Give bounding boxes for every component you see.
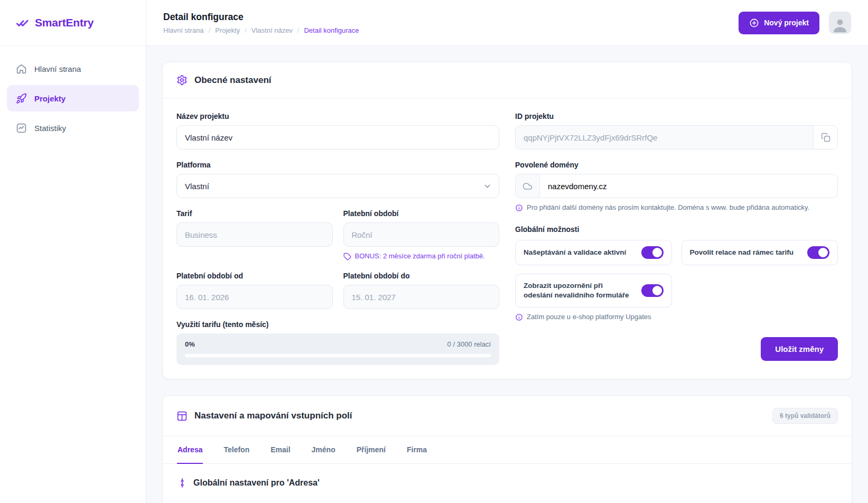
- platform-select[interactable]: Vlastní: [176, 174, 499, 198]
- billing-to-input: [343, 285, 500, 309]
- tab-telefon[interactable]: Telefon: [223, 436, 250, 464]
- tab-firma[interactable]: Firma: [406, 436, 427, 464]
- toggle-label: Zobrazit upozornění při odeslání nevalid…: [524, 281, 629, 300]
- main-content: Obecné nastavení Název projektu Platform…: [146, 46, 868, 503]
- usage-label: Využití tarifu (tento měsíc): [176, 320, 499, 329]
- field-mapping-card: Nastavení a mapování vstupních polí 6 ty…: [162, 395, 852, 503]
- over-tariff-toggle[interactable]: [807, 246, 829, 259]
- billing-period-label: Platební období: [343, 209, 500, 218]
- general-settings-card: Obecné nastavení Název projektu Platform…: [162, 62, 852, 379]
- bonus-hint: BONUS: 2 měsíce zdarma při roční platbě.: [343, 252, 500, 260]
- tag-icon: [343, 253, 351, 260]
- domains-hint-text: Pro přidání další domény nás prosím kont…: [527, 203, 809, 211]
- card-title-general: Obecné nastavení: [194, 75, 272, 86]
- person-icon: [831, 16, 849, 34]
- tab-prijmeni[interactable]: Příjmení: [356, 436, 386, 464]
- platform-label: Platforma: [176, 161, 499, 169]
- sidebar-item-label: Projekty: [34, 94, 66, 103]
- top-header: Detail konfigurace Hlavní strana / Proje…: [146, 0, 868, 46]
- table-columns-icon: [176, 411, 188, 422]
- breadcrumb-project-name[interactable]: Vlastní název: [251, 26, 293, 34]
- sliders-icon: [177, 478, 188, 488]
- new-project-button[interactable]: Nový projekt: [739, 12, 819, 34]
- toggle-label: Povolit relace nad rámec tarifu: [690, 248, 794, 257]
- usage-panel: 0% 0 / 3000 relací: [176, 333, 499, 365]
- project-id-input: [516, 126, 813, 149]
- breadcrumb-separator: /: [245, 26, 247, 34]
- toggle-card-invalid-form-warning: Zobrazit upozornění při odeslání nevalid…: [515, 274, 672, 308]
- billing-period-input: [343, 222, 500, 247]
- toggle-card-suggestions: Našeptávání a validace aktivní: [515, 240, 672, 265]
- toggle-card-over-tariff: Povolit relace nad rámec tarifu: [682, 240, 838, 265]
- tariff-label: Tarif: [176, 209, 333, 218]
- tab-jmeno[interactable]: Jméno: [311, 436, 336, 464]
- field-tabs: Adresa Telefon Email Jméno Příjmení Firm…: [163, 436, 852, 464]
- breadcrumb-current: Detail konfigurace: [304, 26, 359, 34]
- global-options-hint-text: Zatím pouze u e-shop platformy Upgates: [527, 313, 651, 321]
- project-id-label: ID projektu: [515, 112, 838, 120]
- sidebar-item-statistics[interactable]: Statistiky: [7, 115, 139, 141]
- sidebar: SmartEntry Hlavní strana: [0, 0, 146, 503]
- domains-label: Povolené domény: [515, 161, 838, 169]
- project-name-label: Název projektu: [176, 112, 499, 120]
- adresa-settings-title: Globální nastavení pro 'Adresa': [193, 478, 320, 488]
- tab-adresa[interactable]: Adresa: [177, 436, 203, 464]
- breadcrumb-separator: /: [209, 26, 211, 34]
- project-name-input[interactable]: [176, 125, 499, 150]
- invalid-form-warning-toggle[interactable]: [641, 284, 664, 297]
- domain-input[interactable]: [540, 174, 837, 198]
- usage-percent: 0%: [185, 340, 195, 348]
- usage-count: 0 / 3000 relací: [447, 340, 491, 348]
- billing-from-input: [176, 285, 333, 309]
- global-options-label: Globální možnosti: [515, 225, 838, 234]
- app-window: SmartEntry Hlavní strana: [0, 0, 868, 503]
- billing-from-label: Platební období od: [176, 272, 333, 280]
- billing-to-label: Platební období do: [343, 272, 500, 280]
- app-name: SmartEntry: [35, 16, 94, 29]
- home-icon: [16, 63, 27, 74]
- card-title-mapping: Nastavení a mapování vstupních polí: [194, 411, 352, 421]
- info-icon: [515, 313, 523, 321]
- save-changes-button[interactable]: Uložit změny: [761, 337, 838, 361]
- project-id-group: [515, 125, 838, 150]
- domains-hint: Pro přidání další domény nás prosím kont…: [515, 203, 838, 212]
- info-icon: [515, 204, 523, 212]
- copy-icon: [821, 133, 830, 142]
- breadcrumb-projects[interactable]: Projekty: [215, 26, 240, 34]
- app-logo[interactable]: SmartEntry: [0, 0, 146, 46]
- breadcrumb: Hlavní strana / Projekty / Vlastní název…: [163, 26, 359, 34]
- sidebar-item-home[interactable]: Hlavní strana: [7, 55, 139, 82]
- chevron-down-icon: [483, 182, 492, 191]
- sidebar-item-projects[interactable]: Projekty: [7, 85, 139, 111]
- tariff-input: [176, 222, 333, 247]
- breadcrumb-home[interactable]: Hlavní strana: [163, 26, 204, 34]
- global-options-grid: Našeptávání a validace aktivní Povolit r…: [515, 240, 838, 308]
- breadcrumb-separator: /: [297, 26, 300, 34]
- rocket-icon: [16, 93, 27, 104]
- usage-progress-bar: [185, 354, 491, 357]
- sidebar-nav: Hlavní strana Projekty: [0, 46, 146, 151]
- copy-id-button[interactable]: [813, 126, 837, 149]
- plus-circle-icon: [749, 18, 759, 28]
- domains-group: [515, 174, 838, 198]
- toggle-label: Našeptávání a validace aktivní: [524, 248, 626, 257]
- double-check-icon: [16, 16, 30, 30]
- global-options-hint: Zatím pouze u e-shop platformy Upgates: [515, 313, 838, 321]
- bonus-text: BONUS: 2 měsíce zdarma při roční platbě.: [355, 252, 485, 260]
- cloud-icon: [516, 174, 540, 198]
- suggestions-toggle[interactable]: [641, 246, 664, 259]
- page-title: Detail konfigurace: [163, 12, 359, 23]
- gear-icon: [176, 74, 188, 86]
- validators-badge: 6 typů validátorů: [772, 408, 838, 424]
- user-avatar[interactable]: [829, 12, 851, 34]
- sidebar-item-label: Hlavní strana: [34, 64, 81, 73]
- platform-value: Vlastní: [185, 182, 209, 191]
- stats-icon: [16, 123, 27, 134]
- sidebar-item-label: Statistiky: [34, 124, 66, 133]
- new-project-label: Nový projekt: [764, 18, 809, 27]
- tab-email[interactable]: Email: [270, 436, 291, 464]
